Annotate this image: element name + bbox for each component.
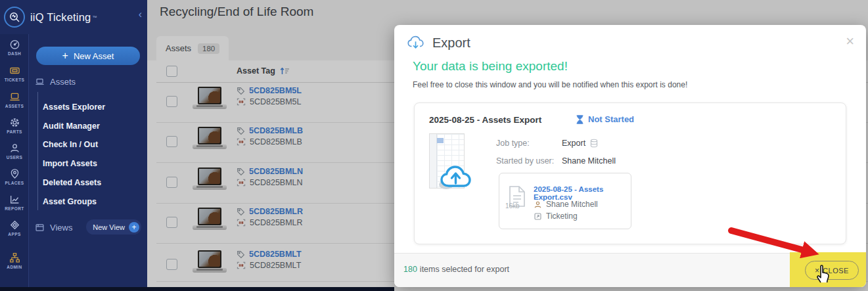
sidebar-item-assets[interactable]: ASSETS <box>0 91 29 108</box>
job-name: 2025-08-25 - Assets Export <box>429 115 541 125</box>
sidebar-item-check-in-out[interactable]: Check In / Out <box>43 140 98 149</box>
new-view-button[interactable]: New View + <box>86 219 141 235</box>
job-type-value: Export <box>562 139 599 148</box>
apps-icon <box>9 219 20 231</box>
database-icon <box>589 139 599 148</box>
rail-label: PLACES <box>5 181 24 185</box>
gear-icon <box>9 116 20 128</box>
rail-label: ASSETS <box>5 104 24 108</box>
sidebar-panel: + New Asset Assets Assets Explorer Audit… <box>29 34 147 291</box>
export-modal: Export × Your data is being exported! Fe… <box>394 25 866 287</box>
plus-icon: + <box>62 50 68 62</box>
brand-trademark: ™ <box>92 15 97 20</box>
new-asset-label: New Asset <box>74 51 114 61</box>
laptop-icon <box>35 77 45 87</box>
section-assets[interactable]: Assets <box>35 77 76 87</box>
hourglass-icon <box>576 115 584 124</box>
close-icon[interactable]: × <box>846 34 854 49</box>
sidebar-item-places[interactable]: PLACES <box>0 168 29 185</box>
user-icon <box>9 142 20 154</box>
file-owner: Shane Mitchell <box>534 200 598 209</box>
sidebar-item-asset-groups[interactable]: Asset Groups <box>43 197 97 206</box>
file-owner-text: Shane Mitchell <box>546 200 598 209</box>
sitemap-icon <box>9 252 20 263</box>
export-file-link[interactable]: 2025-08-25 - Assets Export.csv <box>534 185 631 201</box>
menu-tree-line <box>37 92 38 210</box>
sidebar-item-apps[interactable]: APPS <box>0 219 29 236</box>
brand-name: iiQ Ticketing <box>30 11 91 24</box>
job-type-text: Export <box>562 139 585 148</box>
started-by-value: Shane Mitchell <box>562 156 616 166</box>
export-file-card[interactable]: 16kb 2025-08-25 - Assets Export.csv Shan… <box>499 173 631 229</box>
export-status-subheading: Feel free to close this window and you w… <box>413 80 687 89</box>
sidebar-item-assets-explorer[interactable]: Assets Explorer <box>43 102 105 112</box>
sidebar-item-users[interactable]: USERS <box>0 142 29 160</box>
app-icon <box>534 212 542 221</box>
modal-header: Export <box>406 33 470 53</box>
collapse-sidebar-icon[interactable]: ‹ <box>139 9 142 20</box>
sidebar-item-deleted-assets[interactable]: Deleted Assets <box>43 178 101 187</box>
cloud-upload-icon <box>437 160 479 191</box>
sidebar-item-dash[interactable]: DASH <box>0 38 29 56</box>
file-app: Ticketing <box>534 212 578 221</box>
sidebar-item-admin[interactable]: ADMIN <box>0 252 29 269</box>
app-window: iiQ Ticketing ™ ‹ DASH TICKETS ASSETS <box>0 0 868 291</box>
rail-label: TICKETS <box>5 78 25 82</box>
started-by-label: Started by user: <box>496 156 554 166</box>
chart-icon <box>9 193 20 205</box>
laptop-icon <box>9 91 20 102</box>
export-status-heading: Your data is being exported! <box>413 59 568 74</box>
sidebar-item-tickets[interactable]: TICKETS <box>0 64 29 82</box>
sidebar: iiQ Ticketing ™ ‹ DASH TICKETS ASSETS <box>0 0 147 291</box>
sidebar-item-audit-manager[interactable]: Audit Manager <box>43 122 100 131</box>
cloud-download-icon <box>406 33 426 53</box>
rail-label: PARTS <box>7 129 22 134</box>
rail-label: USERS <box>7 155 22 160</box>
job-type-label: Job type: <box>496 139 530 148</box>
section-views[interactable]: Views <box>35 223 72 233</box>
job-status-badge: Not Started <box>576 114 634 124</box>
sidebar-item-parts[interactable]: PARTS <box>0 116 29 134</box>
gauge-icon <box>9 38 20 50</box>
job-status-text: Not Started <box>588 114 634 124</box>
module-rail: DASH TICKETS ASSETS PARTS USERS <box>0 34 29 291</box>
section-assets-label: Assets <box>50 77 76 87</box>
modal-title: Export <box>432 35 470 51</box>
window-bottom-edge <box>0 287 394 291</box>
new-asset-button[interactable]: + New Asset <box>36 47 140 65</box>
selected-count-suffix: items selected for export <box>420 265 509 274</box>
pin-icon <box>9 168 20 179</box>
started-by-text: Shane Mitchell <box>562 156 616 166</box>
sidebar-item-report[interactable]: REPORT <box>0 193 29 211</box>
rail-label: REPORT <box>5 206 24 211</box>
ticket-icon <box>9 64 20 76</box>
file-size: 16kb <box>505 202 520 210</box>
hand-cursor-icon <box>814 262 832 284</box>
rail-label: DASH <box>8 51 21 56</box>
modal-footer: 180items selected for export × CLOSE <box>394 253 866 287</box>
close-button[interactable]: × CLOSE <box>805 261 859 280</box>
rail-label: ADMIN <box>7 265 22 269</box>
new-view-label: New View <box>93 223 125 231</box>
views-icon <box>35 223 45 233</box>
selection-summary: 180items selected for export <box>403 265 509 274</box>
plus-icon: + <box>129 222 139 233</box>
selected-count: 180 <box>403 265 417 274</box>
user-icon <box>534 200 542 209</box>
brand-header: iiQ Ticketing ™ ‹ <box>0 0 147 34</box>
export-job-card: 2025-08-25 - Assets Export Not Started J… <box>414 102 846 244</box>
rail-label: APPS <box>8 232 20 236</box>
file-app-text: Ticketing <box>546 212 578 221</box>
sidebar-item-import-assets[interactable]: Import Assets <box>43 159 97 168</box>
views-label: Views <box>50 223 72 233</box>
iiq-logo-icon <box>4 7 25 28</box>
